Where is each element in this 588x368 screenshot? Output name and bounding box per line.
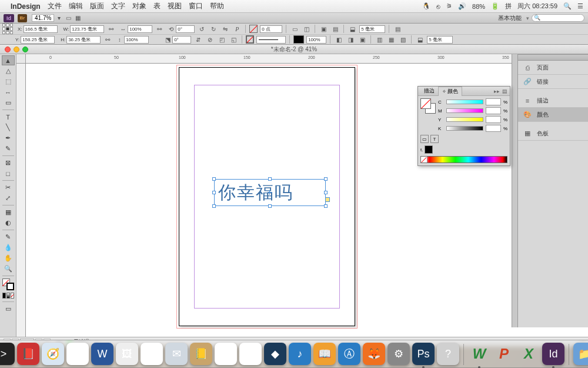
spotlight-icon[interactable]: 🔍	[563, 2, 572, 10]
fx-icon[interactable]: ▭	[290, 24, 299, 34]
handle-br[interactable]	[324, 204, 328, 208]
zoom-tool[interactable]: 🔍	[2, 264, 15, 274]
scale-x-field[interactable]: 100%	[128, 25, 152, 33]
handle-tm[interactable]	[268, 177, 272, 181]
note-tool[interactable]: ✎	[2, 232, 15, 242]
corner2-icon[interactable]: ⬓	[415, 35, 425, 44]
stroke-weight[interactable]: 0 点	[260, 25, 282, 33]
constrain-wh-icon[interactable]: ⚯	[106, 24, 116, 34]
menu-view[interactable]: 视图	[168, 1, 182, 11]
handle-tr[interactable]	[324, 177, 328, 181]
opacity-swatch[interactable]	[293, 35, 304, 44]
dock-help[interactable]: ?	[437, 343, 459, 365]
rotate-ccw-icon[interactable]: ↺	[197, 24, 206, 34]
ruler-origin[interactable]	[16, 54, 26, 64]
dock-collapse-bar[interactable]	[518, 55, 588, 61]
panel-collapse-strip[interactable]	[512, 54, 517, 327]
k-slider[interactable]	[446, 126, 483, 131]
text-wrap-shape-icon[interactable]: ▥	[375, 35, 384, 44]
notification-icon[interactable]: ☰	[577, 2, 583, 10]
none-swatch-icon[interactable]	[421, 157, 427, 163]
content-collector-tool[interactable]: ▭	[2, 98, 15, 108]
window-zoom-button[interactable]	[22, 47, 28, 52]
qq-icon[interactable]: 🐧	[422, 2, 430, 10]
dock-terminal[interactable]: >	[0, 343, 15, 365]
bluetooth-icon[interactable]: ⎋	[436, 3, 440, 10]
menu-edit[interactable]: 编辑	[69, 1, 83, 11]
gap-tool[interactable]: ↔	[2, 87, 15, 97]
y-value[interactable]	[486, 116, 501, 123]
dock-mail[interactable]: ✉	[165, 343, 188, 365]
window-close-button[interactable]	[5, 47, 11, 52]
dock-contacts[interactable]: 📒	[190, 343, 212, 365]
flip-h-icon[interactable]: ⇋	[220, 24, 230, 34]
scissors-tool[interactable]: ✂	[2, 183, 15, 193]
menu-type[interactable]: 文字	[111, 1, 125, 11]
out-port[interactable]	[325, 197, 330, 202]
dock-wps-p[interactable]: P	[493, 343, 515, 365]
dock-safari[interactable]: 🧭	[42, 343, 64, 365]
fit-frame-icon[interactable]: ◨	[346, 35, 355, 44]
fill-swatch[interactable]	[249, 25, 258, 33]
eyedropper-tool[interactable]: 💧	[2, 243, 15, 253]
text-wrap-jumpnext-icon[interactable]: ▧	[398, 35, 407, 44]
workspace-switcher[interactable]: 基本功能	[498, 14, 522, 22]
drop-shadow-icon[interactable]: ◫	[302, 24, 311, 34]
pencil-tool[interactable]: ✎	[2, 144, 15, 154]
text-frame[interactable]: 你幸福吗	[214, 179, 326, 206]
pen-tool[interactable]: ✒	[2, 133, 15, 143]
handle-ml[interactable]	[212, 191, 216, 194]
m-slider[interactable]	[446, 108, 483, 113]
x-field[interactable]: 166.5 毫米	[24, 25, 58, 33]
fill-stroke-proxy[interactable]	[420, 98, 436, 114]
menu-layout[interactable]: 版面	[90, 1, 104, 11]
corner-y-field[interactable]: 5 毫米	[427, 36, 453, 44]
dock-wps-x[interactable]: X	[517, 343, 540, 365]
dock-ical[interactable]: 16	[141, 343, 163, 365]
menu-help[interactable]: 帮助	[210, 1, 224, 11]
gradient-swatch-tool[interactable]: ▦	[2, 207, 15, 217]
handle-bm[interactable]	[268, 204, 272, 208]
stroke-type[interactable]	[256, 36, 286, 44]
color-panel-collapse-icon[interactable]: ▸▸	[494, 88, 500, 94]
dock-wps-w[interactable]: W	[468, 343, 490, 365]
handle-mr[interactable]	[324, 191, 328, 194]
panel-pages[interactable]: ⎙页面	[518, 61, 588, 75]
view-mode-icon[interactable]: ▾	[54, 14, 64, 23]
dock-firefox[interactable]: 🦊	[363, 343, 385, 365]
dock-appstore[interactable]: Ⓐ	[338, 343, 360, 365]
dock-word[interactable]: W	[91, 343, 113, 365]
c-slider[interactable]	[446, 100, 483, 104]
panel-links[interactable]: 🔗链接	[518, 75, 588, 89]
h-field[interactable]: 36.25 毫米	[66, 36, 101, 44]
workspace-chevron-icon[interactable]: ▾	[526, 15, 529, 21]
dock-itunes[interactable]: ♪	[289, 343, 311, 365]
wifi-icon[interactable]: ⚞	[446, 2, 452, 10]
dock-ibooks[interactable]: 📖	[313, 343, 336, 365]
direct-selection-tool[interactable]: △	[2, 66, 15, 76]
k-value[interactable]	[486, 125, 501, 132]
panel-menu-icon[interactable]: ▤	[393, 24, 402, 34]
flip-v-icon[interactable]: ⇵	[193, 35, 203, 44]
opacity-field[interactable]: 100%	[306, 36, 326, 44]
color-panel-menu-icon[interactable]: ▤	[502, 88, 507, 94]
shear-field[interactable]: 0°	[172, 36, 191, 44]
menu-table[interactable]: 表	[153, 1, 161, 11]
bridge-icon[interactable]: Br	[18, 14, 27, 22]
hand-tool[interactable]: ✋	[2, 253, 15, 263]
dock-folder-downloads[interactable]: 📁	[573, 343, 588, 365]
fill-stroke-swap[interactable]	[2, 278, 15, 291]
dock-photoshop[interactable]: Ps	[412, 343, 435, 365]
panel-stroke[interactable]: ≡描边	[518, 94, 588, 108]
battery-icon[interactable]: 🔋	[491, 2, 499, 10]
text-wrap-bound-icon[interactable]: ▤	[330, 24, 340, 34]
reference-point[interactable]	[2, 24, 13, 34]
rectangle-tool[interactable]: □	[2, 168, 15, 178]
panel-swatches[interactable]: ▦色板	[518, 127, 588, 141]
color-tab-stroke[interactable]: 描边	[420, 87, 438, 95]
constrain-scale-icon[interactable]: ⚯	[155, 24, 164, 34]
dock-preview[interactable]: 🖼	[116, 343, 138, 365]
view-mode-normal[interactable]: ▭	[2, 304, 15, 314]
apply-color[interactable]	[2, 291, 15, 300]
menu-window[interactable]: 窗口	[189, 1, 203, 11]
